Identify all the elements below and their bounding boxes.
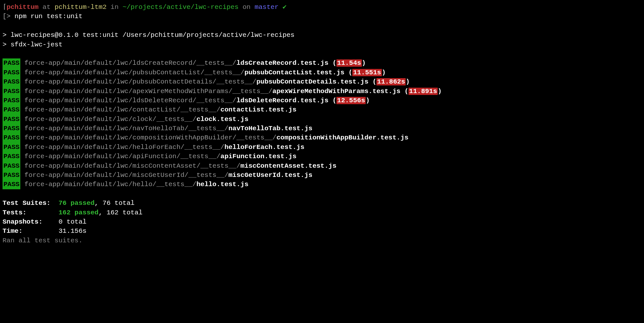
- test-path: force-app/main/default/lwc/miscContentAs…: [24, 162, 241, 170]
- blank-line: [3, 189, 641, 199]
- paren: ): [366, 97, 370, 104]
- test-result-line: PASS force-app/main/default/lwc/navToHel…: [3, 124, 641, 133]
- test-duration: 11.891s: [408, 88, 438, 95]
- test-result-line: PASS force-app/main/default/lwc/apiFunct…: [3, 152, 641, 161]
- pass-badge: PASS: [3, 133, 20, 142]
- npm-run-echo-1: > lwc-recipes@0.1.0 test:unit /Users/pch…: [3, 30, 641, 40]
- summary-value: 31.156s: [58, 227, 86, 235]
- summary-snapshots: Snapshots: 0 total: [3, 217, 641, 226]
- test-result-line: PASS force-app/main/default/lwc/hello/__…: [3, 180, 641, 189]
- test-path: force-app/main/default/lwc/clock/__tests…: [24, 116, 196, 123]
- paren: ): [406, 78, 410, 85]
- paren: (: [329, 97, 336, 104]
- test-path: force-app/main/default/lwc/pubsubContact…: [24, 69, 244, 76]
- test-file: apiFunction.test.js: [221, 153, 296, 160]
- paren: ): [362, 59, 366, 67]
- test-result-line: PASS force-app/main/default/lwc/ldsCreat…: [3, 58, 641, 68]
- test-path: force-app/main/default/lwc/hello/__tests…: [24, 181, 196, 188]
- test-path: force-app/main/default/lwc/ldsCreateReco…: [24, 59, 236, 67]
- test-path: force-app/main/default/lwc/pubsubContact…: [24, 78, 256, 85]
- test-result-line: PASS force-app/main/default/lwc/contactL…: [3, 105, 641, 114]
- pass-badge: PASS: [3, 143, 20, 152]
- summary-total: , 162 total: [98, 209, 143, 216]
- prompt-arrow: [>: [3, 13, 10, 20]
- paren: ): [438, 88, 442, 95]
- test-file: compositionWithAppBuilder.test.js: [276, 134, 408, 141]
- test-file: helloForEach.test.js: [224, 144, 304, 151]
- pass-badge: PASS: [3, 161, 20, 171]
- paren: (: [368, 78, 376, 85]
- summary-tests: Tests: 162 passed, 162 total: [3, 208, 641, 217]
- command-entered: npm run test:unit: [15, 13, 83, 20]
- pass-badge: PASS: [3, 171, 20, 180]
- prompt-branch: master: [255, 3, 279, 11]
- prompt-in: in: [110, 3, 118, 11]
- test-path: force-app/main/default/lwc/contactList/_…: [24, 106, 221, 113]
- paren: (: [344, 69, 352, 76]
- test-path: force-app/main/default/lwc/helloForEach/…: [24, 144, 224, 151]
- prompt-host: pchittum-ltm2: [55, 3, 107, 11]
- prompt-on: on: [242, 3, 250, 11]
- prompt-at: at: [43, 3, 50, 11]
- check-icon: ✔: [282, 3, 287, 11]
- test-result-line: PASS force-app/main/default/lwc/pubsubCo…: [3, 77, 641, 86]
- pass-badge: PASS: [3, 68, 20, 77]
- test-result-line: PASS force-app/main/default/lwc/pubsubCo…: [3, 68, 641, 77]
- terminal-output: ⌈pchittum at pchittum-ltm2 in ~/projects…: [0, 0, 644, 248]
- test-result-line: PASS force-app/main/default/lwc/helloFor…: [3, 143, 641, 152]
- pass-badge: PASS: [3, 58, 20, 68]
- pass-badge: PASS: [3, 77, 20, 86]
- test-file: ldsCreateRecord.test.js: [236, 59, 329, 67]
- test-file: pubsubContactDetails.test.js: [256, 78, 368, 85]
- summary-passed: 76 passed: [58, 199, 94, 207]
- summary-passed: 162 passed: [58, 209, 98, 216]
- paren: (: [329, 59, 336, 67]
- test-result-line: PASS force-app/main/default/lwc/miscCont…: [3, 161, 641, 171]
- test-file: miscContentAsset.test.js: [241, 162, 336, 170]
- pass-badge: PASS: [3, 180, 20, 189]
- prompt-user: pchittum: [7, 3, 39, 11]
- test-path: force-app/main/default/lwc/apiFunction/_…: [24, 153, 221, 160]
- pass-badge: PASS: [3, 96, 20, 105]
- summary-label: Snapshots:: [3, 217, 55, 226]
- prompt-bracket: ⌈: [3, 3, 7, 11]
- test-result-line: PASS force-app/main/default/lwc/ldsDelet…: [3, 96, 641, 105]
- pass-badge: PASS: [3, 105, 20, 114]
- test-duration: 12.556s: [336, 97, 366, 104]
- pass-badge: PASS: [3, 115, 20, 124]
- test-file: hello.test.js: [196, 181, 249, 188]
- summary-total: , 76 total: [95, 199, 135, 207]
- test-path: force-app/main/default/lwc/compositionWi…: [24, 134, 276, 141]
- test-duration: 11.54s: [336, 59, 362, 67]
- blank-line: [3, 21, 641, 30]
- prompt-path: ~/projects/active/lwc-recipes: [123, 3, 238, 11]
- summary-suites: Test Suites: 76 passed, 76 total: [3, 199, 641, 208]
- test-path: force-app/main/default/lwc/ldsDeleteReco…: [24, 97, 236, 104]
- pass-badge: PASS: [3, 87, 20, 96]
- summary-value: 0 total: [58, 218, 86, 225]
- test-path: force-app/main/default/lwc/navToHelloTab…: [24, 125, 229, 132]
- test-file: pubsubContactList.test.js: [244, 69, 344, 76]
- test-results: PASS force-app/main/default/lwc/ldsCreat…: [3, 58, 641, 189]
- test-file: ldsDeleteRecord.test.js: [236, 97, 329, 104]
- test-file: navToHelloTab.test.js: [229, 125, 313, 132]
- paren: (: [401, 88, 408, 95]
- summary-label: Tests:: [3, 208, 55, 217]
- test-file: contactList.test.js: [221, 106, 296, 113]
- test-result-line: PASS force-app/main/default/lwc/apexWire…: [3, 87, 641, 96]
- pass-badge: PASS: [3, 152, 20, 161]
- summary-ran: Ran all test suites.: [3, 236, 641, 245]
- summary-label: Test Suites:: [3, 199, 55, 208]
- npm-run-echo-2: > sfdx-lwc-jest: [3, 40, 641, 49]
- test-duration: 11.862s: [376, 78, 406, 85]
- test-result-line: PASS force-app/main/default/lwc/clock/__…: [3, 115, 641, 124]
- test-file: clock.test.js: [196, 116, 249, 123]
- prompt-line-2[interactable]: [> npm run test:unit: [3, 12, 641, 21]
- summary-time: Time: 31.156s: [3, 226, 641, 236]
- test-duration: 11.551s: [352, 69, 382, 76]
- test-path: force-app/main/default/lwc/apexWireMetho…: [24, 88, 272, 95]
- test-result-line: PASS force-app/main/default/lwc/composit…: [3, 133, 641, 142]
- test-file: miscGetUserId.test.js: [229, 172, 313, 179]
- blank-line: [3, 49, 641, 58]
- summary-label: Time:: [3, 226, 55, 236]
